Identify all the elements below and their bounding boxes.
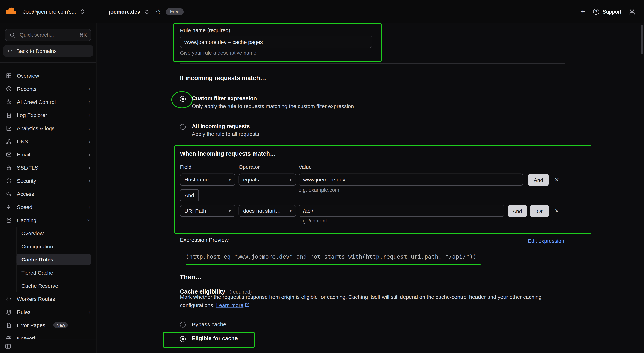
chevron-down-icon: ▾ (290, 209, 292, 213)
collapse-sidebar-icon[interactable] (5, 343, 11, 350)
chart-icon (6, 125, 12, 131)
sidebar-item-workers-routes[interactable]: Workers Routes (0, 292, 96, 305)
help-icon: ? (593, 8, 599, 15)
avatar-icon (628, 8, 636, 15)
sidebar-item-error-pages[interactable]: Error Pages New (0, 319, 96, 332)
field-select-row1[interactable]: Hostname ▾ (180, 174, 235, 186)
field-select-row2[interactable]: URI Path ▾ (180, 205, 235, 217)
error-page-icon (6, 322, 12, 328)
incoming-heading: If incoming requests match… (180, 74, 266, 81)
clock-icon (6, 85, 12, 92)
support-menu[interactable]: ? Support (593, 0, 621, 23)
divider (180, 63, 565, 64)
divider (180, 352, 565, 352)
and-button-row2[interactable]: And (508, 205, 527, 217)
value-input-row2[interactable] (298, 205, 504, 217)
rule-name-helper: Give your rule a descriptive name. (180, 50, 258, 56)
overview-icon (6, 72, 12, 79)
sidebar-item-email[interactable]: Email › (0, 148, 96, 161)
zone-switcher[interactable]: joemore.dev (109, 0, 150, 23)
back-to-domains-button[interactable]: ↩ Back to Domains (4, 45, 93, 57)
sidebar-subitem-tiered-cache[interactable]: Tiered Cache (16, 266, 91, 279)
sidebar-item-caching[interactable]: Caching › (0, 213, 96, 227)
new-badge: New (54, 322, 68, 328)
document-icon (6, 112, 12, 118)
topbar: Joe@joemore.com's... joemore.dev ☆ Free … (0, 0, 644, 23)
operator-select-row1[interactable]: equals ▾ (239, 174, 296, 186)
sidebar-item-analytics-logs[interactable]: Analytics & logs › (0, 122, 96, 135)
cache-eligibility-description: Mark whether the request’s response from… (180, 293, 558, 309)
sidebar-item-overview[interactable]: Overview (0, 69, 96, 82)
then-heading: Then… (180, 274, 202, 281)
favorite-star-icon[interactable]: ☆ (155, 0, 161, 23)
user-menu[interactable] (628, 0, 636, 23)
field-column-label: Field (180, 164, 192, 170)
remove-row1-button[interactable]: × (552, 174, 562, 186)
value-input-row1[interactable] (298, 174, 523, 186)
scrollbar-thumb[interactable] (641, 24, 643, 54)
edit-expression-wrap: Edit expression (511, 237, 564, 244)
remove-row2-button[interactable]: × (552, 205, 562, 217)
sidebar-item-ssl-tls[interactable]: SSL/TLS › (0, 161, 96, 174)
chevron-down-icon: ▾ (229, 209, 231, 213)
bypass-cache-radio[interactable] (180, 322, 186, 328)
all-requests-radio[interactable] (180, 124, 186, 130)
sidebar-item-access[interactable]: Access (0, 187, 96, 200)
learn-more-link[interactable]: Learn more (216, 302, 244, 308)
sidebar-item-rules[interactable]: Rules › (0, 305, 96, 319)
zone-name: joemore.dev (109, 8, 140, 15)
operator-column-label: Operator (239, 164, 260, 170)
search-input[interactable]: ⌘K (5, 29, 91, 41)
divider (0, 62, 96, 63)
chevron-right-icon: › (88, 138, 90, 144)
chevron-down-icon: ▾ (229, 177, 231, 182)
lightning-icon (6, 204, 12, 210)
custom-filter-desc: Only apply the rule to requests matching… (192, 103, 354, 109)
envelope-icon (6, 151, 12, 158)
app: Joe@joemore.com's... joemore.dev ☆ Free … (0, 0, 644, 353)
chevron-down-icon: › (86, 219, 92, 221)
chevron-right-icon: › (88, 86, 90, 91)
cloudflare-logo[interactable] (4, 0, 18, 23)
or-button-row2[interactable]: Or (530, 205, 549, 217)
value-helper-row2: e.g. /content (298, 218, 327, 224)
and-connector[interactable]: And (180, 189, 199, 201)
sidebar-subitem-cache-rules[interactable]: Cache Rules (16, 254, 91, 265)
sidebar-item-recents[interactable]: Recents › (0, 82, 96, 95)
code-brackets-icon (6, 296, 12, 302)
sidebar-subitem-configuration[interactable]: Configuration (16, 240, 91, 253)
sidebar: ⌘K ↩ Back to Domains Overview Recents › … (0, 23, 96, 353)
sidebar-item-security[interactable]: Security › (0, 174, 96, 187)
support-label: Support (602, 8, 621, 15)
operator-select-row2[interactable]: does not start… ▾ (239, 205, 296, 217)
annotation-underline-expression (186, 264, 480, 265)
sidebar-item-ai-crawl-control[interactable]: AI Crawl Control › (0, 95, 96, 108)
expression-code: (http.host eq "www.joemore.dev" and not … (186, 253, 476, 260)
chevron-right-icon: › (88, 165, 90, 170)
expression-preview-label: Expression Preview (180, 237, 228, 243)
and-button-row1[interactable]: And (528, 174, 549, 186)
sidebar-item-dns[interactable]: DNS › (0, 135, 96, 148)
lock-icon (6, 164, 12, 171)
key-icon (6, 191, 12, 197)
chevron-right-icon: › (88, 309, 90, 315)
account-switcher[interactable]: Joe@joemore.com's... (23, 0, 86, 23)
rule-name-input[interactable] (180, 36, 372, 48)
edit-expression-link[interactable]: Edit expression (528, 238, 564, 244)
rule-name-label: Rule name (required) (180, 27, 230, 33)
sidebar-subitem-caching-overview[interactable]: Overview (16, 227, 91, 240)
layers-icon (6, 309, 12, 315)
sidebar-item-log-explorer[interactable]: Log Explorer › (0, 108, 96, 122)
chevron-down-icon: ▾ (290, 177, 292, 182)
back-arrow-icon: ↩ (7, 48, 12, 54)
add-button[interactable]: + (581, 0, 585, 23)
custom-filter-radio[interactable] (180, 96, 186, 102)
sidebar-subitem-cache-reserve[interactable]: Cache Reserve (16, 279, 91, 292)
account-name: Joe@joemore.com's... (23, 8, 76, 15)
sidebar-footer (0, 339, 96, 353)
eligible-for-cache-radio[interactable] (180, 336, 186, 342)
chevron-right-icon: › (88, 112, 90, 118)
custom-filter-label: Custom filter expression (192, 95, 257, 101)
network-nodes-icon (6, 138, 12, 144)
sidebar-item-speed[interactable]: Speed › (0, 200, 96, 213)
